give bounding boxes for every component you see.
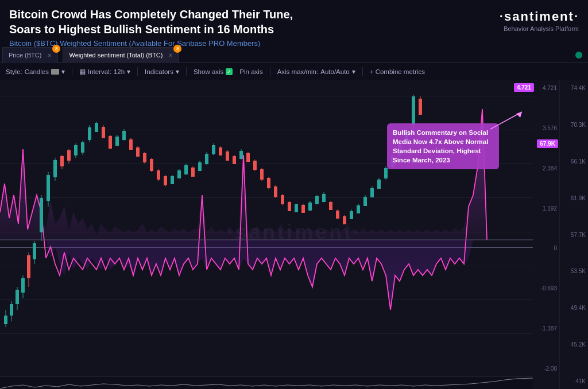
svg-rect-103 [350, 211, 353, 219]
svg-rect-27 [88, 127, 91, 140]
svg-rect-105 [357, 205, 360, 213]
svg-rect-1 [4, 316, 7, 324]
svg-rect-33 [109, 136, 112, 149]
svg-rect-31 [102, 127, 105, 138]
svg-rect-37 [122, 131, 126, 140]
svg-rect-47 [157, 170, 160, 180]
toolbar-sep-1 [72, 67, 72, 76]
svg-rect-79 [267, 178, 270, 188]
svg-rect-15 [47, 175, 50, 201]
style-selector[interactable]: Style: Candles ▾ [6, 68, 65, 76]
svg-rect-35 [115, 137, 119, 146]
svg-rect-93 [315, 196, 319, 204]
svg-rect-89 [301, 205, 305, 213]
title-block: Bitcoin Crowd Has Completely Changed The… [9, 7, 293, 48]
style-color-swatch [51, 69, 59, 75]
tab-price[interactable]: Price (BTC) 8 ✕ [2, 47, 58, 63]
interval-label: Interval: [88, 68, 111, 75]
toolbar-sep-3 [186, 67, 187, 76]
pin-axis-toggle[interactable]: Pin axis [239, 68, 262, 75]
svg-rect-95 [322, 194, 326, 202]
interval-selector[interactable]: ▦ Interval: 12h ▾ [79, 68, 130, 76]
combine-metrics-button[interactable]: + Combine metrics [370, 68, 425, 75]
tab-sentiment[interactable]: Weighted sentiment (Total) (BTC) 8 ✕ [63, 47, 179, 63]
annotation-bubble: Bullish Commentary on Social Media Now 4… [387, 123, 499, 169]
svg-rect-71 [239, 151, 243, 159]
svg-rect-43 [143, 153, 146, 162]
svg-rect-113 [384, 168, 388, 178]
chevron-down-icon-4: ▾ [352, 68, 355, 76]
toolbar-sep-2 [137, 67, 138, 76]
y-label-neg208: -2.08 [536, 365, 557, 372]
svg-rect-5 [16, 290, 19, 304]
svg-rect-73 [246, 153, 250, 162]
tab-sentiment-close[interactable]: ✕ [168, 52, 173, 59]
svg-rect-19 [60, 156, 64, 166]
svg-rect-25 [81, 142, 84, 153]
y-label-1192: 1.192 [536, 205, 557, 212]
annotation-arrow-svg [490, 109, 531, 132]
interval-icon: ▦ [79, 68, 86, 76]
tab-price-badge: 8 [52, 45, 60, 53]
svg-rect-41 [136, 147, 140, 157]
tab-price-label: Price (BTC) [9, 52, 41, 59]
y-label-4721: 4.721 [536, 85, 557, 91]
axis-minmax-selector[interactable]: Axis max/min: Auto/Auto ▾ [277, 68, 355, 76]
svg-rect-29 [95, 123, 98, 132]
y-axis-btc: 74.4K 70.3K 66.1K 61.9K 57.7K 53.5K 49.4… [559, 80, 588, 389]
svg-rect-51 [171, 176, 174, 184]
y-label-41k: 41K [562, 378, 586, 384]
interval-value: 12h [114, 68, 125, 75]
y-label-3576: 3.576 [536, 125, 557, 131]
tab-price-close[interactable]: ✕ [47, 52, 52, 59]
svg-rect-77 [260, 169, 264, 180]
show-axis-toggle[interactable]: Show axis ✓ [194, 68, 233, 75]
candles-may [198, 143, 250, 171]
chevron-down-icon-2: ▾ [127, 68, 130, 76]
combine-metrics-label: + Combine metrics [370, 68, 425, 75]
svg-rect-55 [184, 165, 188, 174]
y-label-neg1387: -1.387 [536, 325, 557, 332]
brand-name: ·santiment· [500, 9, 579, 24]
y-label-2384: 2.384 [536, 165, 557, 172]
candles-apr [143, 152, 195, 186]
toolbar-sep-5 [362, 67, 363, 76]
y-label-494k: 49.4K [562, 305, 586, 311]
svg-rect-83 [281, 195, 284, 204]
toolbar-sep-4 [270, 67, 270, 76]
svg-rect-3 [10, 304, 13, 316]
candles-jun [253, 160, 305, 213]
show-axis-checkbox[interactable]: ✓ [226, 68, 233, 75]
price-label-679k: 67.9K [537, 139, 558, 148]
svg-rect-17 [53, 160, 57, 177]
svg-rect-49 [164, 176, 167, 185]
y-label-619k: 61.9K [562, 195, 586, 201]
svg-rect-23 [74, 145, 78, 155]
sentiment-neg-fill [0, 240, 533, 310]
svg-rect-7 [21, 278, 25, 293]
header: Bitcoin Crowd Has Completely Changed The… [0, 0, 588, 51]
svg-rect-81 [274, 186, 277, 197]
chevron-down-icon: ▾ [61, 68, 65, 76]
show-axis-label: Show axis [194, 68, 223, 75]
y-label-577k: 57.7K [562, 232, 586, 238]
svg-rect-111 [377, 180, 381, 189]
svg-rect-21 [67, 150, 71, 161]
y-label-703k: 70.3K [562, 122, 586, 128]
brand-block: ·santiment· Behavior Analysis Platform [500, 7, 579, 32]
axis-minmax-value: Auto/Auto [320, 68, 350, 75]
svg-rect-75 [253, 161, 257, 170]
indicators-label: Indicators [145, 68, 173, 75]
svg-rect-63 [212, 145, 215, 154]
candles-mar [88, 122, 140, 157]
svg-rect-11 [33, 243, 36, 259]
candles-jan [4, 241, 36, 327]
svg-rect-59 [198, 162, 202, 171]
style-label: Style: [6, 68, 22, 75]
svg-rect-57 [191, 168, 195, 177]
mini-chart [0, 376, 533, 389]
brand-tagline: Behavior Analysis Platform [500, 25, 579, 32]
axis-minmax-label: Axis max/min: [277, 68, 319, 75]
indicators-selector[interactable]: Indicators ▾ [145, 68, 179, 76]
tab-sentiment-label: Weighted sentiment (Total) (BTC) [69, 52, 163, 59]
